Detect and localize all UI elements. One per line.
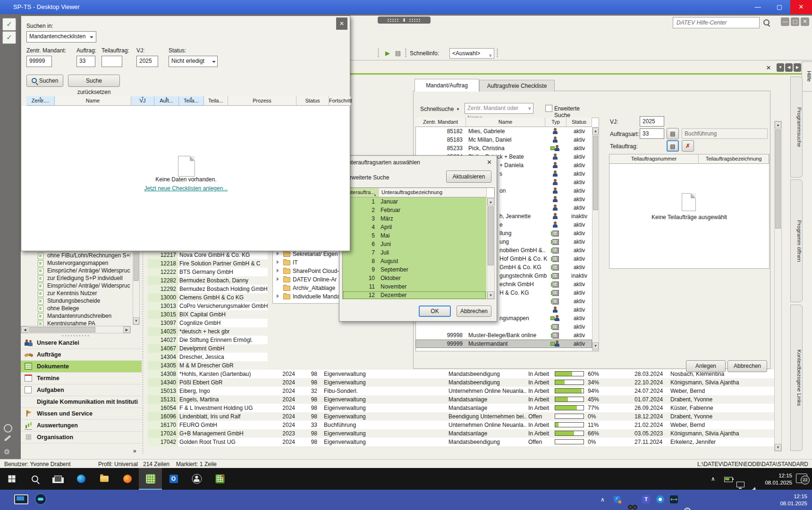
table-row[interactable]: 12292Bermudez Bosbach Holding GmbH (148, 285, 268, 293)
help-search-input[interactable]: DATEV Hilfe-Center (673, 17, 760, 28)
glasses-icon[interactable] (628, 505, 636, 509)
taskbar-slot[interactable] (185, 468, 208, 490)
suchen-in-dropdown[interactable]: Mandantenchecklisten (26, 31, 96, 42)
teil-col-nummer[interactable]: Teilauftragsnummer (609, 154, 699, 164)
table-row[interactable]: 15013Eiberg, Ingo202432Fibu-Sonderl.Unte… (148, 387, 774, 395)
tab-kontextbezogene-links[interactable]: Kontextbezogene Links (790, 305, 803, 451)
taskbar-slot[interactable] (93, 468, 116, 490)
panel-close-icon[interactable]: ✕ (765, 64, 772, 72)
splitter-grip[interactable] (61, 335, 90, 337)
sidebar-item-unsere-kanzlei[interactable]: Unsere Kanzlei (21, 337, 142, 349)
table-row[interactable]: 13000Clemens GmbH & Co KG (148, 293, 268, 302)
client-row[interactable]: 85183Mc Millan, Danielaktiv (415, 136, 592, 144)
clock[interactable]: 12:1508.01.2025 (770, 493, 807, 507)
sidebar-item-termine[interactable]: Termine (21, 373, 142, 384)
aktualisieren-button[interactable]: Aktualisieren (446, 170, 491, 183)
taskbar-slot[interactable] (0, 468, 23, 490)
network-icon[interactable] (736, 482, 744, 487)
erweiterte-suche-checkbox[interactable] (545, 105, 552, 112)
tree-item[interactable]: Einsprüche/ Anträge/ Widerspruc... (22, 282, 130, 290)
maximize-button[interactable]: ▢ (769, 0, 790, 14)
teilauftrag-clear-button[interactable]: ✗ (682, 140, 694, 152)
tab-programmsuche[interactable]: Programmsuche (790, 76, 803, 178)
drag-grip[interactable]: ⬇ (378, 17, 431, 24)
client-col-1[interactable]: Name (466, 118, 545, 127)
tab-programm-oeffnen[interactable]: Programm öffnen (790, 179, 803, 302)
spiral-app-icon[interactable] (656, 495, 664, 503)
create-checklists-link[interactable]: Jetzt neue Checklisten anlegen... (21, 185, 351, 192)
checklist-tile-icon[interactable]: ✓ (2, 31, 16, 44)
month-row[interactable]: 12Dezember (343, 291, 486, 299)
month-row[interactable]: 8August (343, 257, 486, 265)
search-col-1[interactable]: Name (55, 96, 131, 106)
tray-chevron-icon[interactable]: ∧ (601, 496, 605, 503)
sidebar-item-dokumente[interactable]: Dokumente (21, 361, 142, 373)
client-col-0[interactable]: Zentr. Mandant (415, 118, 466, 127)
table-row[interactable]: 17042Golden Root Trust UG202498Eigenverw… (148, 438, 774, 446)
client-row[interactable]: 85233Pick, Christinaaktiv (415, 144, 592, 153)
tree-item[interactable]: ohne Belege (22, 305, 130, 313)
taskbar-slot[interactable] (139, 468, 162, 490)
search-col-7[interactable]: Status (296, 96, 329, 106)
wifi-icon[interactable] (684, 508, 692, 510)
client-row[interactable]: 85182Mies, Gabrieleaktiv (415, 127, 592, 136)
table-row[interactable]: 12222BTS Germany GmbH (148, 268, 268, 276)
search-col-3[interactable]: Auft...▲ (154, 96, 179, 106)
table-row[interactable]: 16170FEURO GmbH202433BuchführungUnterneh… (148, 421, 774, 429)
table-row[interactable]: 14304Drescher, Jessica (148, 353, 268, 361)
sidebar-item-aufgaben[interactable]: Aufgaben (21, 384, 142, 396)
search-col-4[interactable]: Teila...▲ (179, 96, 204, 106)
status-dropdown[interactable]: Nicht erledigt (169, 56, 218, 67)
tree-vscrollbar[interactable]: ▼ (133, 251, 140, 325)
forward-icon[interactable]: ▶ (383, 49, 392, 58)
client-row[interactable]: 99999Mustermandantaktiv (415, 340, 592, 348)
tree-item[interactable]: ohne FiBu/Lohn/Rechnungen S+P (22, 252, 130, 260)
taskbar-slot[interactable]: O (162, 468, 185, 490)
tree-item[interactable]: Mustervorgangsmappen (22, 260, 130, 267)
taskbar-slot[interactable] (23, 468, 46, 490)
dialog-close-button[interactable]: ✕ (336, 17, 347, 30)
notification-icon[interactable]: 22 (796, 474, 807, 483)
table-row[interactable]: 14027Die Stiftung Erinnern Ermögl. (148, 336, 268, 344)
table-row[interactable]: 16054F & L Investment Holding UG202498Ei… (148, 404, 774, 412)
session-monitor-icon[interactable] (14, 494, 28, 504)
month-row[interactable]: 9September (343, 265, 486, 274)
clock[interactable]: 12:1508.01.2025 (762, 472, 792, 486)
panel-splitter[interactable] (142, 251, 144, 453)
teil-col-bezeichnung[interactable]: Teilauftragsbezeichnung (699, 154, 769, 164)
search-col-0[interactable]: Zentr....▲ (26, 96, 55, 106)
wrench-icon[interactable] (4, 435, 11, 441)
anlegen-button[interactable]: Anlegen (686, 360, 726, 372)
search-col-6[interactable]: Prozess (228, 96, 296, 106)
field-input-2[interactable] (102, 56, 122, 67)
field-input-1[interactable]: 33 (76, 56, 95, 67)
client-row[interactable]: aktiv (415, 323, 592, 331)
mandant-search-input[interactable]: Zentr. Mandant oder Name ∨ (465, 103, 533, 114)
table-row[interactable]: 14025*deutsch + heck gbr (148, 327, 268, 336)
sidebar-item-digitale-kommunikation-mit-instituti[interactable]: Digitale Kommunikation mit Instituti... (21, 396, 142, 408)
table-row[interactable]: 14067Develpmnt GmbH (148, 344, 268, 353)
search-icon[interactable] (4, 424, 12, 433)
taskbar-slot[interactable] (116, 468, 139, 490)
table-row[interactable]: 12217Nova Core GmbH & Co. KG (148, 251, 268, 259)
schnellinfo-dropdown[interactable]: <Auswahl> ∨ (449, 48, 494, 59)
security-shield-icon[interactable] (614, 496, 620, 503)
tab-hilfe[interactable]: Hilfe (802, 61, 812, 92)
month-row[interactable]: 4April (343, 223, 486, 231)
prev-button[interactable]: ◀ (785, 63, 793, 72)
month-row[interactable]: 11November (343, 282, 486, 291)
teilauftrag-picker-button[interactable]: ▤ (667, 140, 679, 152)
chevron-down-icon[interactable]: ▼ (456, 107, 460, 111)
tree-item[interactable]: Kenntnisnahme PA (22, 320, 130, 326)
tree-item[interactable]: zur Kenntnis Nutzer (22, 290, 130, 298)
search-col-8[interactable]: Fortschritt (329, 96, 351, 106)
dialog-close-icon[interactable]: ✕ (487, 159, 492, 166)
month-row[interactable]: 1Januar (343, 197, 486, 206)
client-col-3[interactable]: Status (567, 118, 592, 127)
client-row[interactable]: 99998Muster-Belege/Bank onlineaktiv (415, 331, 592, 340)
table-row[interactable]: 14308*Hohls, Karsten (Gartenbau)202498Ei… (148, 370, 774, 378)
month-row[interactable]: 7Juli (343, 248, 486, 257)
month-row[interactable]: 5Mai (343, 231, 486, 240)
erweiterte-suche-label[interactable]: Erweiterte Suche (346, 174, 389, 181)
taskbar-slot[interactable] (208, 468, 231, 490)
